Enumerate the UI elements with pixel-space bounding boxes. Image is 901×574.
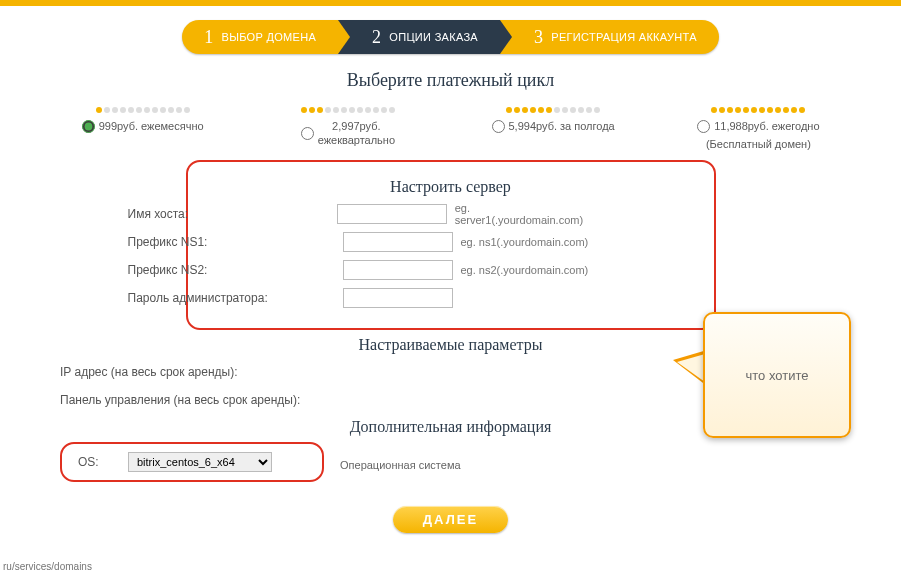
step-1[interactable]: 1 ВЫБОР ДОМЕНА: [182, 20, 338, 54]
rootpw-input[interactable]: [343, 288, 453, 308]
cycle-monthly[interactable]: 999руб. ежемесячно: [48, 107, 237, 152]
dots-row: [48, 107, 237, 113]
os-label: OS:: [78, 455, 118, 469]
ns2-label: Префикс NS2:: [128, 263, 343, 277]
steps-row: 1 ВЫБОР ДОМЕНА 2 ОПЦИИ ЗАКАЗА 3 РЕГИСТРА…: [0, 6, 901, 54]
step-3[interactable]: 3 РЕГИСТРАЦИЯ АККАУНТА: [512, 20, 719, 54]
chevron-right-icon: [500, 20, 512, 54]
callout-text: что хотите: [746, 368, 809, 383]
tooltip-callout: что хотите: [703, 312, 851, 438]
step-2-num: 2: [372, 27, 381, 48]
cycle-quarterly-radio[interactable]: [301, 127, 314, 140]
callout-tail-icon: [673, 350, 707, 386]
cycle-annual-extra: (Бесплатный домен): [706, 137, 811, 151]
server-heading: Настроить сервер: [218, 178, 684, 196]
cycle-options: 999руб. ежемесячно 2,997руб. ежекварталь…: [0, 97, 901, 152]
ns1-label: Префикс NS1:: [128, 235, 343, 249]
step-2-label: ОПЦИИ ЗАКАЗА: [389, 31, 478, 43]
dots-row: [253, 107, 442, 113]
step-1-num: 1: [204, 27, 213, 48]
cycle-monthly-label: 999руб. ежемесячно: [99, 119, 204, 133]
cycle-annual-label: 11,988руб. ежегодно: [714, 119, 819, 133]
os-select[interactable]: bitrix_centos_6_x64: [128, 452, 272, 472]
ns1-input[interactable]: [343, 232, 453, 252]
cycle-semiannual-radio[interactable]: [492, 120, 505, 133]
hostname-hint: eg. server1(.yourdomain.com): [455, 202, 598, 226]
cycle-annual-radio[interactable]: [697, 120, 710, 133]
hostname-input[interactable]: [337, 204, 447, 224]
dots-row: [459, 107, 648, 113]
chevron-right-icon: [338, 20, 350, 54]
rootpw-label: Пароль администратора:: [128, 291, 343, 305]
ns2-input[interactable]: [343, 260, 453, 280]
step-3-num: 3: [534, 27, 543, 48]
step-3-label: РЕГИСТРАЦИЯ АККАУНТА: [551, 31, 696, 43]
os-desc: Операционная система: [340, 459, 461, 471]
os-box: OS: bitrix_centos_6_x64: [60, 442, 324, 482]
statusbar-path: ru/services/domains: [3, 561, 92, 572]
dots-row: [664, 107, 853, 113]
ns2-hint: eg. ns2(.yourdomain.com): [461, 264, 589, 276]
step-2[interactable]: 2 ОПЦИИ ЗАКАЗА: [350, 20, 500, 54]
cycle-semiannual[interactable]: 5,994руб. за полгода: [459, 107, 648, 152]
cycle-heading: Выберите платежный цикл: [0, 70, 901, 91]
cycle-semiannual-label: 5,994руб. за полгода: [509, 119, 615, 133]
cycle-quarterly[interactable]: 2,997руб. ежеквартально: [253, 107, 442, 152]
ns1-hint: eg. ns1(.yourdomain.com): [461, 236, 589, 248]
next-button[interactable]: ДАЛЕЕ: [393, 506, 508, 533]
step-1-label: ВЫБОР ДОМЕНА: [222, 31, 317, 43]
cycle-quarterly-label: 2,997руб. ежеквартально: [318, 119, 395, 148]
ip-addr-label: IP адрес (на весь срок аренды):: [60, 365, 330, 379]
cycle-monthly-radio[interactable]: [82, 120, 95, 133]
hostname-label: Имя хоста:: [128, 207, 337, 221]
panel-label: Панель управления (на весь срок аренды):: [60, 393, 330, 407]
cycle-annual[interactable]: 11,988руб. ежегодно (Бесплатный домен): [664, 107, 853, 152]
server-config-box: Настроить сервер Имя хоста: eg. server1(…: [186, 160, 716, 330]
